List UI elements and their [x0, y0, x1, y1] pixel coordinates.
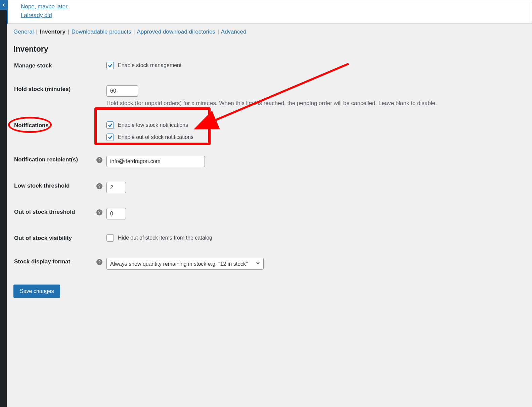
- content-wrap: Nope, maybe later I already did General …: [7, 0, 532, 407]
- notice-link-later[interactable]: Nope, maybe later: [21, 2, 528, 11]
- admin-sidebar-strip: [0, 0, 7, 407]
- checkbox-label-out-of-stock: Enable out of stock notifications: [118, 134, 193, 140]
- notice-link-already[interactable]: I already did: [21, 11, 528, 20]
- admin-notice: Nope, maybe later I already did: [7, 0, 532, 24]
- check-icon: [108, 63, 113, 68]
- checkbox-out-of-stock-notifications[interactable]: [106, 134, 114, 141]
- check-icon: [108, 135, 113, 140]
- subnav-advanced[interactable]: Advanced: [221, 29, 247, 35]
- settings-subnav: General | Inventory | Downloadable produ…: [7, 24, 532, 37]
- subnav-general[interactable]: General: [13, 29, 34, 35]
- label-low-threshold: Low stock threshold: [13, 182, 96, 189]
- checkbox-low-stock-notifications[interactable]: [106, 121, 114, 129]
- checkbox-label-hide-out-of-stock: Hide out of stock items from the catalog: [118, 235, 212, 241]
- checkbox-enable-stock-management[interactable]: [106, 62, 114, 69]
- help-icon[interactable]: ?: [96, 183, 102, 189]
- label-notifications: Notifications: [14, 122, 49, 129]
- label-visibility: Out of stock visibility: [13, 234, 96, 242]
- sidebar-collapse-nub[interactable]: [0, 0, 7, 10]
- subnav-inventory[interactable]: Inventory: [40, 29, 65, 35]
- label-notification-recipient: Notification recipient(s): [13, 156, 96, 163]
- chevron-left-icon: [2, 3, 5, 7]
- input-low-threshold[interactable]: [106, 182, 126, 193]
- checkbox-label-manage-stock: Enable stock management: [118, 62, 181, 68]
- subnav-downloadable[interactable]: Downloadable products: [72, 29, 131, 35]
- label-display-format: Stock display format: [13, 258, 96, 265]
- subnav-approved[interactable]: Approved download directories: [137, 29, 215, 35]
- help-icon[interactable]: ?: [96, 209, 102, 215]
- label-hold-stock: Hold stock (minutes): [13, 85, 96, 93]
- checkbox-label-low-stock: Enable low stock notifications: [118, 122, 188, 128]
- input-notification-recipient[interactable]: [106, 156, 205, 167]
- check-icon: [108, 123, 113, 128]
- save-changes-button[interactable]: Save changes: [13, 285, 60, 298]
- select-stock-display-format[interactable]: Always show quantity remaining in stock …: [106, 258, 264, 270]
- help-icon[interactable]: ?: [96, 157, 102, 163]
- input-out-threshold[interactable]: [106, 208, 126, 219]
- label-manage-stock: Manage stock: [13, 62, 96, 69]
- input-hold-stock[interactable]: [106, 85, 138, 97]
- checkbox-hide-out-of-stock[interactable]: [106, 234, 114, 242]
- help-icon[interactable]: ?: [96, 259, 102, 265]
- section-title: Inventory: [13, 45, 525, 54]
- label-out-threshold: Out of stock threshold: [13, 208, 96, 215]
- desc-hold-stock: Hold stock (for unpaid orders) for x min…: [106, 100, 525, 107]
